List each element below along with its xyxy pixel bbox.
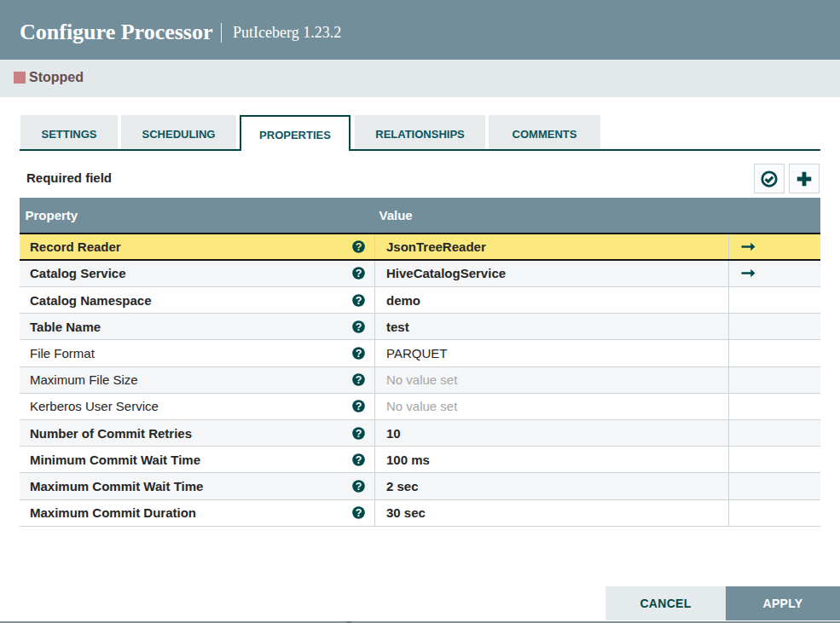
svg-text:?: ?: [355, 507, 362, 519]
svg-text:?: ?: [355, 268, 362, 280]
svg-text:?: ?: [355, 401, 362, 412]
svg-text:?: ?: [355, 294, 362, 306]
svg-text:?: ?: [355, 374, 362, 386]
svg-text:?: ?: [355, 454, 362, 466]
svg-text:?: ?: [355, 321, 362, 333]
svg-text:?: ?: [355, 348, 362, 360]
svg-text:?: ?: [355, 481, 362, 493]
svg-text:?: ?: [355, 428, 362, 440]
svg-text:?: ?: [355, 241, 362, 253]
